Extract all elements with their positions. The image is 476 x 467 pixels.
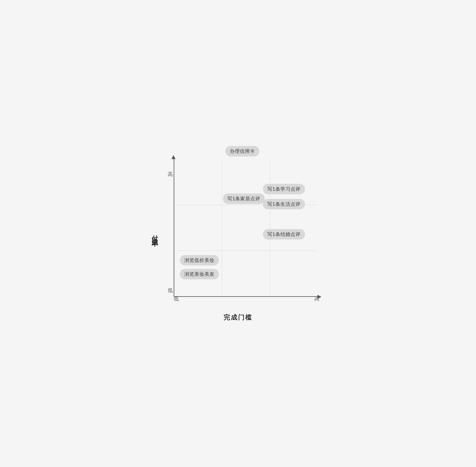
y-low-label: 低 [168, 287, 173, 294]
tag-cheap-makeup: 浏览低价美妆 [180, 255, 219, 265]
tag-home-review: 写1条家居点评 [223, 194, 265, 204]
tag-study-review: 写1条学习点评 [263, 184, 305, 194]
plot-area: 办理信用卡 写1条家居点评 写1条学习点评 写1条生活点评 写1条结婚点评 浏览… [174, 159, 317, 297]
tag-wedding-review: 写1条结婚点评 [263, 229, 305, 240]
x-axis-title: 完成门槛 [224, 313, 252, 322]
tag-makeup-hair: 浏览美妆美发 [180, 269, 219, 279]
tag-life-review: 写1条生活点评 [263, 199, 305, 209]
tag-credit-card: 办理信用卡 [225, 146, 259, 156]
y-axis-arrow [172, 155, 175, 159]
chart-container: 付出成本 完成门槛 高 低 低 高 [138, 135, 338, 332]
chart-wrapper: 付出成本 完成门槛 高 低 低 高 [152, 147, 324, 320]
grid-line-vertical-1 [222, 159, 222, 296]
y-axis-title: 付出成本 [150, 230, 159, 237]
y-high-label: 高 [168, 171, 173, 178]
grid-line-horizontal-2 [174, 251, 317, 251]
